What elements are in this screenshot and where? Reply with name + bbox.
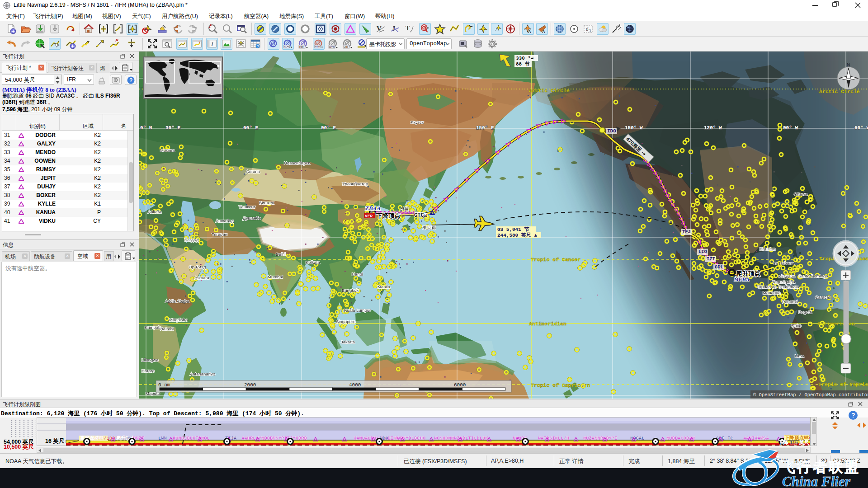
svg-text:6000: 6000 <box>454 382 466 388</box>
svg-text:TFJ: TFJ <box>682 229 691 235</box>
svg-text:?: ? <box>257 44 259 49</box>
svg-text:HYX: HYX <box>329 46 335 48</box>
svg-text:LMM: LMM <box>158 436 167 441</box>
svg-text:60° E: 60° E <box>243 125 258 131</box>
svg-text:60° W: 60° W <box>854 125 868 131</box>
svg-text:Kuala Lumpur: Kuala Lumpur <box>344 308 371 313</box>
svg-text:NUBDACODAN: NUBDACODAN <box>666 436 695 441</box>
svg-text:VER: VER <box>365 214 373 219</box>
svg-text:GDL: GDL <box>715 264 723 270</box>
svg-text:La Habana: La Habana <box>773 261 794 266</box>
svg-text:Nairobi: Nairobi <box>160 326 174 331</box>
svg-text:Manila: Manila <box>377 284 391 289</box>
svg-text:MURYYDLBCHO: MURYYDLBCHO <box>394 436 425 441</box>
svg-text:IZT: IZT <box>707 256 715 262</box>
svg-text:Lilongwe: Lilongwe <box>142 357 159 362</box>
svg-text:Kampala: Kampala <box>145 325 162 330</box>
svg-text:AAHRLXYNDOBMSYPITJYXBRB: AAHRLXYNDOBMSYPITJYXBRB <box>241 436 307 441</box>
svg-text:Lima: Lima <box>795 353 804 358</box>
svg-text:0° N: 0° N <box>140 125 152 131</box>
svg-text:120° W: 120° W <box>704 125 722 131</box>
svg-text:Tropic of Cancer: Tropic of Cancer <box>531 257 581 263</box>
svg-text:NATBSIKLL/H: NATBSIKLL/H <box>538 436 569 441</box>
svg-text:T: T <box>406 25 410 32</box>
svg-text:Arctic Circle: Arctic Circle <box>819 89 860 94</box>
svg-text:下降 116 英尺: 下降 116 英尺 <box>778 440 810 445</box>
svg-text:GS 5,041 节: GS 5,041 节 <box>497 226 529 232</box>
svg-text:330 °▰: 330 °▰ <box>516 56 534 61</box>
svg-text:Новосибирск: Новосибирск <box>284 160 310 165</box>
svg-text:6: 6 <box>586 26 589 32</box>
svg-text:Ciudad de Guatemala: Ciudad de Guatemala <box>757 284 799 289</box>
svg-text:FIR: FIR <box>299 46 304 48</box>
svg-text:KUNOJBUXTBNOL: KUNOJBUXTBNOL <box>173 436 210 441</box>
svg-text:Asmara: Asmara <box>194 275 209 280</box>
svg-text:東京都: 東京都 <box>423 225 436 230</box>
svg-text:IDO: IDO <box>607 128 616 134</box>
svg-text:Addis Ababa: Addis Ababa <box>165 299 189 304</box>
svg-text:Singapore: Singapore <box>336 319 355 324</box>
svg-text:飞行者联盟: 飞行者联盟 <box>781 459 860 475</box>
svg-text:© OpenStreetMap / OpenTopoMap: © OpenStreetMap / OpenTopoMap contributo… <box>753 392 868 398</box>
svg-text:Arctic Circle: Arctic Circle <box>529 88 570 94</box>
svg-text:RTR: RTR <box>315 45 320 48</box>
svg-text:Antananarivo: Antananarivo <box>190 371 215 376</box>
svg-text:Kolkata: Kolkata <box>306 260 320 265</box>
svg-text:서울: 서울 <box>400 206 409 211</box>
svg-text:Quito: Quito <box>791 323 802 328</box>
svg-text:90° W: 90° W <box>783 125 798 131</box>
svg-text:Bogotá: Bogotá <box>798 310 812 314</box>
svg-text:30° E: 30° E <box>165 125 180 131</box>
svg-text:Tropic of Capricorn: Tropic of Capricorn <box>818 381 868 387</box>
svg-text:16 英尺: 16 英尺 <box>45 438 65 444</box>
svg-text:4000: 4000 <box>349 382 361 388</box>
svg-text:Ашхабад: Ашхабад <box>216 218 234 223</box>
svg-text:Santo Domingo: Santo Domingo <box>798 273 828 278</box>
svg-text:爬升顶点: 爬升顶点 <box>736 270 761 277</box>
svg-text:UIR: UIR <box>344 46 349 48</box>
svg-text:?: ? <box>851 412 855 419</box>
svg-text:Mumbai: Mumbai <box>268 274 283 279</box>
svg-text:V: V <box>377 25 382 32</box>
svg-text:Багдад: Багдад <box>184 237 198 242</box>
svg-text:Ankara: Ankara <box>148 209 162 214</box>
svg-text:ICAO: ICAO <box>284 45 291 48</box>
svg-text:Душанбе: Душанбе <box>243 216 261 221</box>
svg-text:Delhi: Delhi <box>276 252 286 257</box>
svg-text:Hanoi: Hanoi <box>352 272 363 277</box>
svg-text:Kingston: Kingston <box>778 274 795 279</box>
svg-text:LIO: LIO <box>698 249 707 254</box>
svg-text:Muqdisho: Muqdisho <box>169 317 188 322</box>
svg-text:A: A <box>528 29 531 34</box>
svg-text:Ottawa: Ottawa <box>794 192 808 197</box>
svg-text:下降顶点: 下降顶点 <box>376 212 401 219</box>
svg-text:Jakarta: Jakarta <box>341 339 355 344</box>
svg-text:Caracas: Caracas <box>815 295 831 300</box>
svg-text:Tegucigalpa: Tegucigalpa <box>772 279 795 284</box>
svg-text:3: 3 <box>589 29 591 33</box>
svg-text:0 nm: 0 nm <box>158 382 170 388</box>
svg-text:150° W: 150° W <box>625 125 643 131</box>
svg-text:Panamá: Panamá <box>782 299 798 304</box>
svg-text:2000: 2000 <box>244 382 256 388</box>
svg-text:88 节: 88 节 <box>516 61 530 67</box>
svg-text:Bangkok: Bangkok <box>342 288 359 293</box>
svg-text:N: N <box>847 62 850 67</box>
svg-text:Москва: Москва <box>160 148 175 153</box>
svg-text:Астана: Астана <box>246 169 260 174</box>
svg-text:NUZANNRKBY?I: NUZANNRKBY?I <box>583 436 618 441</box>
svg-text:A: A <box>542 29 545 34</box>
svg-text:MUHA: MUHA <box>734 277 750 282</box>
svg-text:Якутск: Якутск <box>410 120 424 125</box>
svg-text:Managua: Managua <box>763 290 781 295</box>
svg-text:Harare: Harare <box>142 368 155 373</box>
svg-text:AAMIKAMSA: AAMIKAMSA <box>743 436 769 441</box>
svg-text:90° E: 90° E <box>321 125 336 131</box>
svg-text:Эр-Рияд: Эр-Рияд <box>189 264 206 269</box>
svg-text:Тегеран: Тегеран <box>212 232 227 237</box>
svg-text:GTC⊡: GTC⊡ <box>414 212 427 219</box>
svg-text:ZBAA: ZBAA <box>365 205 381 211</box>
svg-text:China Flier: China Flier <box>782 474 851 488</box>
svg-text:150° E: 150° E <box>476 125 494 131</box>
svg-text:NOSHONNNZADLTILDLUK: NOSHONNNZADLTILDLUK <box>434 436 488 441</box>
